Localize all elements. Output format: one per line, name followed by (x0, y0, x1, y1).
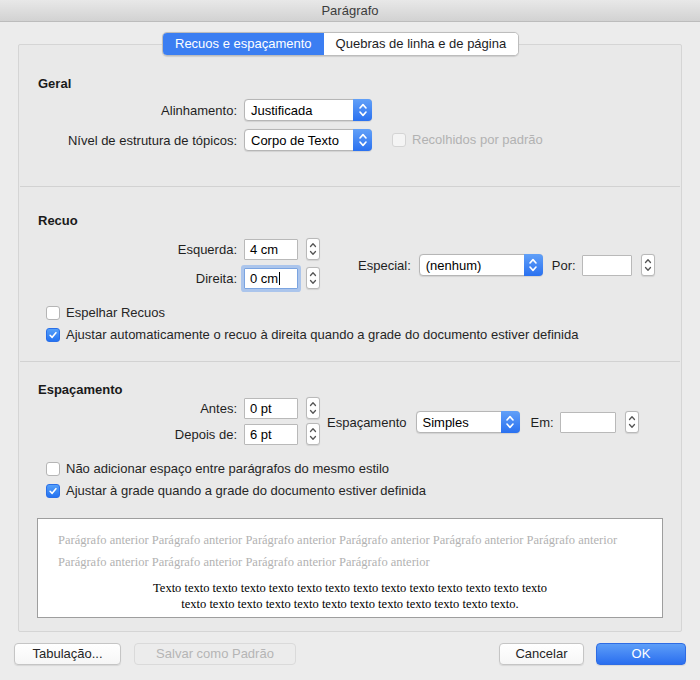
checkbox-box-icon (392, 133, 406, 147)
indent-by-label: Por: (552, 258, 576, 273)
chevron-up-down-icon (501, 411, 520, 433)
section-heading-indent: Recuo (38, 213, 78, 228)
indent-left-stepper-icon[interactable] (306, 238, 320, 260)
spacing-before-label: Antes: (38, 401, 237, 416)
section-heading-spacing: Espaçamento (38, 382, 123, 397)
alignment-label: Alinhamento: (38, 103, 237, 118)
indent-right-value: 0 cm (250, 271, 278, 286)
text-caret (279, 272, 280, 285)
indent-special-popup[interactable]: (nenhum) (419, 254, 543, 276)
indent-special-value: (nenhum) (420, 258, 524, 273)
alignment-popup[interactable]: Justificada (244, 99, 372, 121)
indent-right-stepper-icon[interactable] (306, 267, 320, 289)
indent-by-field[interactable] (582, 255, 632, 276)
line-spacing-value: Simples (417, 415, 501, 430)
mirror-indents-label: Espelhar Recuos (66, 305, 165, 321)
alignment-row: Alinhamento: Justificada (38, 99, 372, 121)
spacing-after-field[interactable]: 6 pt (244, 424, 298, 445)
cancel-button[interactable]: Cancelar (499, 643, 584, 665)
preview-sample-text: Texto texto texto texto texto texto text… (149, 580, 551, 612)
window-title: Parágrafo (321, 3, 378, 18)
spacing-after-label: Depois de: (38, 427, 237, 442)
paragraph-dialog: Parágrafo Recuos e espaçamento Quebras d… (0, 0, 700, 680)
auto-adjust-right-indent-label: Ajustar automaticamente o recuo à direit… (66, 327, 578, 343)
line-spacing-row: Espaçamento Simples Em: (327, 411, 639, 433)
tab-line-page-breaks[interactable]: Quebras de linha e de página (324, 33, 519, 55)
snap-to-grid-label: Ajustar à grade quando a grade do docume… (66, 483, 426, 499)
outline-level-label: Nível de estrutura de tópicos: (38, 133, 237, 148)
mirror-indents-checkbox[interactable]: Espelhar Recuos (46, 305, 165, 321)
tabs-button[interactable]: Tabulação... (14, 643, 121, 665)
outline-level-popup[interactable]: Corpo de Texto (244, 129, 372, 151)
indent-right-label: Direita: (38, 271, 237, 286)
chevron-up-down-icon (524, 254, 543, 276)
spacing-at-label: Em: (531, 415, 554, 430)
save-as-default-button: Salvar como Padrão (134, 643, 296, 665)
checkbox-box-icon (46, 462, 60, 476)
indent-by-stepper-icon[interactable] (641, 254, 655, 276)
spacing-after-stepper-icon[interactable] (306, 423, 320, 445)
spacing-after-value: 6 pt (250, 427, 272, 442)
snap-to-grid-checkbox[interactable]: Ajustar à grade quando a grade do docume… (46, 483, 426, 499)
indent-special-row: Especial: (nenhum) Por: (358, 254, 655, 276)
tab-bar: Recuos e espaçamento Quebras de linha e … (162, 32, 519, 56)
titlebar: Parágrafo (0, 0, 700, 22)
tab-indents-spacing[interactable]: Recuos e espaçamento (163, 33, 324, 55)
checkbox-box-icon (46, 306, 60, 320)
line-spacing-popup[interactable]: Simples (416, 411, 520, 433)
outline-level-value: Corpo de Texto (245, 133, 353, 148)
spacing-at-field[interactable] (560, 412, 616, 433)
spacing-before-value: 0 pt (250, 401, 272, 416)
spacing-after-row: Depois de: 6 pt (38, 423, 320, 445)
chevron-up-down-icon (353, 99, 372, 121)
spacing-before-field[interactable]: 0 pt (244, 398, 298, 419)
preview-previous-paragraph-text: Parágrafo anterior Parágrafo anterior Pa… (38, 519, 662, 573)
ok-button[interactable]: OK (596, 643, 686, 665)
alignment-value: Justificada (245, 103, 353, 118)
outline-level-row: Nível de estrutura de tópicos: Corpo de … (38, 129, 372, 151)
paragraph-preview: Parágrafo anterior Parágrafo anterior Pa… (37, 518, 663, 618)
no-space-same-style-label: Não adicionar espaço entre parágrafos do… (66, 461, 389, 477)
indent-left-field[interactable]: 4 cm (244, 239, 298, 260)
indent-special-label: Especial: (358, 258, 411, 273)
no-space-same-style-checkbox[interactable]: Não adicionar espaço entre parágrafos do… (46, 461, 389, 477)
section-divider (20, 186, 680, 187)
spacing-before-row: Antes: 0 pt (38, 397, 320, 419)
checkmark-icon (46, 328, 60, 342)
auto-adjust-right-indent-checkbox[interactable]: Ajustar automaticamente o recuo à direit… (46, 327, 578, 343)
indent-right-row: Direita: 0 cm (38, 267, 320, 289)
checkmark-icon (46, 484, 60, 498)
line-spacing-label: Espaçamento (327, 415, 407, 430)
indent-right-field[interactable]: 0 cm (244, 268, 298, 289)
spacing-at-stepper-icon[interactable] (625, 411, 639, 433)
section-heading-general: Geral (38, 76, 71, 91)
section-divider (20, 361, 680, 362)
indent-left-label: Esquerda: (38, 242, 237, 257)
chevron-up-down-icon (353, 129, 372, 151)
collapsed-by-default-label: Recolhidos por padrão (412, 132, 543, 148)
spacing-before-stepper-icon[interactable] (306, 397, 320, 419)
indent-left-row: Esquerda: 4 cm (38, 238, 320, 260)
collapsed-by-default-checkbox: Recolhidos por padrão (392, 132, 543, 148)
indent-left-value: 4 cm (250, 242, 278, 257)
